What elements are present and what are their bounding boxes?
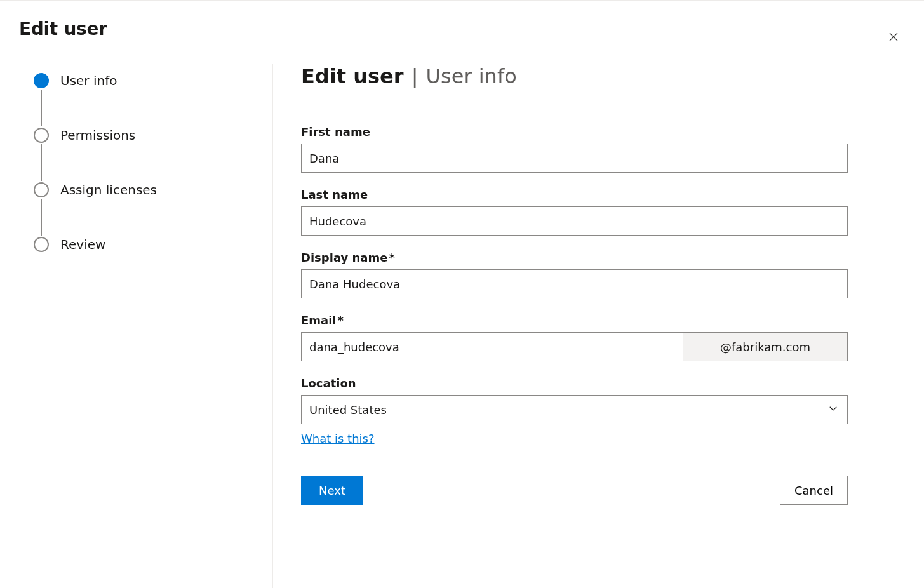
location-select[interactable] [301, 395, 848, 424]
step-assign-licenses[interactable]: Assign licenses [34, 182, 272, 197]
first-name-input[interactable] [301, 144, 848, 173]
step-label: Assign licenses [60, 182, 157, 197]
cancel-button[interactable]: Cancel [780, 476, 848, 505]
display-name-input[interactable] [301, 269, 848, 298]
first-name-label: First name [301, 125, 848, 138]
heading-sub: User info [426, 64, 517, 88]
heading-separator: | [405, 64, 424, 88]
page-heading: Edit user | User info [301, 64, 848, 88]
close-button[interactable] [886, 30, 901, 45]
last-name-input[interactable] [301, 206, 848, 236]
next-button[interactable]: Next [301, 476, 363, 505]
display-name-label: Display name* [301, 251, 848, 264]
step-indicator-icon [34, 237, 49, 252]
close-icon [888, 31, 899, 44]
step-label: Review [60, 237, 105, 252]
heading-main: Edit user [301, 64, 403, 88]
wizard-steps: User info Permissions Assign licenses Re… [0, 64, 273, 588]
step-label: Permissions [60, 128, 135, 143]
step-review[interactable]: Review [34, 237, 272, 252]
step-user-info[interactable]: User info [34, 73, 272, 88]
what-is-this-link[interactable]: What is this? [301, 432, 375, 445]
step-permissions[interactable]: Permissions [34, 128, 272, 143]
email-label: Email* [301, 314, 848, 327]
location-label: Location [301, 377, 848, 390]
email-domain-display: @fabrikam.com [683, 332, 848, 361]
step-indicator-icon [34, 73, 49, 88]
step-indicator-icon [34, 182, 49, 197]
panel-title: Edit user [19, 18, 107, 39]
step-indicator-icon [34, 128, 49, 143]
email-input[interactable] [301, 332, 683, 361]
last-name-label: Last name [301, 188, 848, 201]
step-label: User info [60, 73, 117, 88]
